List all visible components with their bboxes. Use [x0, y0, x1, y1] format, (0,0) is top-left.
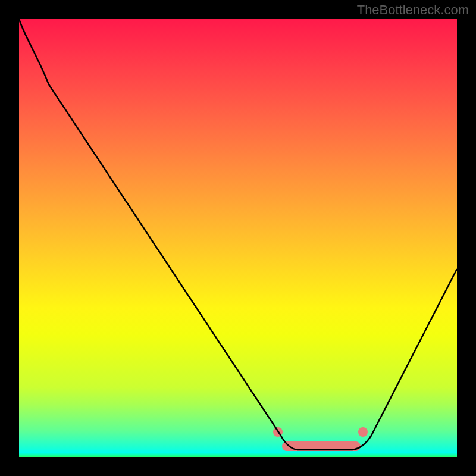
plot-area [19, 19, 457, 457]
watermark-text: TheBottleneck.com [357, 2, 469, 18]
bottleneck-curve [19, 19, 457, 457]
